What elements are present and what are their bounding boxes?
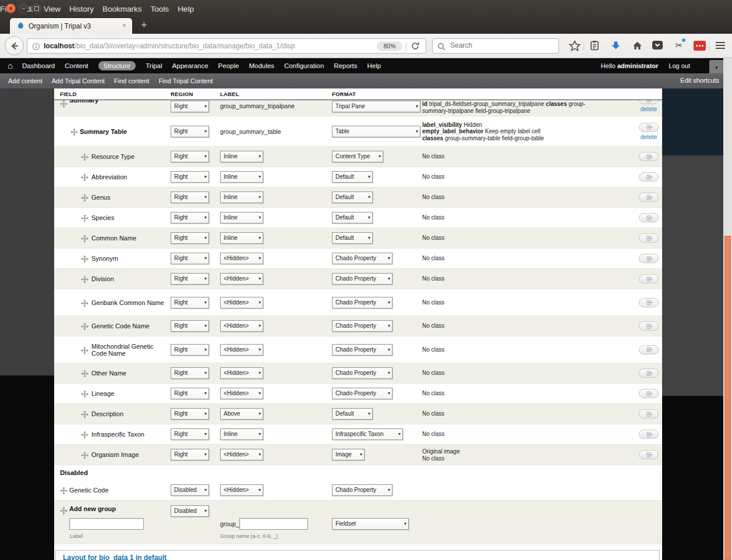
search-box[interactable] <box>432 38 559 54</box>
settings-gear-button[interactable] <box>639 193 659 202</box>
label-select[interactable]: Inline <box>220 151 263 162</box>
region-select[interactable]: Right <box>171 151 209 162</box>
admin-item-content[interactable]: Content <box>65 62 88 69</box>
hamburger-menu-icon[interactable] <box>714 39 727 52</box>
format-select[interactable]: Default <box>332 171 373 183</box>
edit-shortcuts-link[interactable]: Edit shortcuts <box>680 77 719 84</box>
menu-history[interactable]: History <box>69 5 94 13</box>
drag-handle-icon[interactable] <box>81 451 89 459</box>
region-select[interactable]: Disabled <box>171 484 209 496</box>
drag-handle-icon[interactable] <box>81 153 89 161</box>
settings-gear-button[interactable] <box>639 274 659 283</box>
admin-item-modules[interactable]: Modules <box>249 62 274 69</box>
settings-gear-button[interactable] <box>639 298 659 307</box>
menu-view[interactable]: View <box>44 5 61 13</box>
menu-bookmarks[interactable]: Bookmarks <box>102 5 142 13</box>
admin-item-help[interactable]: Help <box>367 62 381 69</box>
settings-gear-button[interactable] <box>639 152 659 161</box>
settings-gear-button[interactable] <box>639 254 659 263</box>
admin-home-icon[interactable]: ⌂ <box>8 61 13 70</box>
search-input[interactable] <box>449 41 550 50</box>
drag-handle-icon[interactable] <box>81 370 89 377</box>
drag-handle-icon[interactable] <box>81 255 89 263</box>
settings-gear-button[interactable] <box>639 345 659 355</box>
settings-gear-button[interactable] <box>639 389 659 398</box>
delete-link[interactable]: delete <box>641 105 657 112</box>
drag-handle-icon[interactable] <box>60 506 68 514</box>
scrollbar-thumb[interactable] <box>724 236 731 560</box>
admin-item-appearance[interactable]: Appearance <box>172 62 208 69</box>
drag-handle-icon[interactable] <box>81 173 89 181</box>
reload-button[interactable] <box>411 41 420 53</box>
pocket-icon[interactable] <box>651 39 664 52</box>
label-select[interactable]: <Hidden> <box>220 344 263 356</box>
format-select[interactable]: Default <box>332 408 373 420</box>
format-select[interactable]: Chado Property <box>332 344 392 356</box>
format-select[interactable]: Fieldset <box>332 518 409 530</box>
region-select[interactable]: Right <box>171 126 209 137</box>
region-select[interactable]: Right <box>171 320 209 332</box>
region-select[interactable]: Right <box>171 232 209 244</box>
format-select[interactable]: Chado Property <box>332 273 392 285</box>
format-select[interactable]: Chado Property <box>332 297 392 309</box>
admin-item-dashboard[interactable]: Dashboard <box>22 62 55 69</box>
region-select[interactable]: Right <box>171 171 209 183</box>
settings-gear-button[interactable] <box>639 368 659 378</box>
label-select[interactable]: Above <box>220 408 263 420</box>
browser-tab[interactable]: Organism | Tripal v3 × <box>9 17 133 34</box>
settings-gear-button[interactable] <box>639 430 659 439</box>
tab-close-icon[interactable]: × <box>122 22 126 30</box>
site-info-icon[interactable] <box>32 42 40 51</box>
admin-item-structure[interactable]: Structure <box>98 61 136 70</box>
admin-item-tripal[interactable]: Tripal <box>146 62 162 69</box>
label-select[interactable]: <Hidden> <box>220 449 263 460</box>
region-select[interactable]: Right <box>171 408 209 420</box>
window-minimize-button[interactable]: − <box>19 3 29 13</box>
label-select[interactable]: Inline <box>220 192 263 203</box>
format-select[interactable]: Chado Property <box>332 320 392 332</box>
label-select[interactable]: <Hidden> <box>220 253 263 264</box>
drag-handle-icon[interactable] <box>81 214 89 222</box>
label-select[interactable]: Inline <box>220 171 263 183</box>
delete-link[interactable]: delete <box>641 133 657 140</box>
format-select[interactable]: Table <box>332 126 420 137</box>
window-close-button[interactable]: × <box>6 3 16 13</box>
drag-handle-icon[interactable] <box>81 346 89 353</box>
format-select[interactable]: Chado Property <box>332 253 392 264</box>
admin-item-reports[interactable]: Reports <box>334 62 357 69</box>
format-select[interactable]: Default <box>332 192 373 203</box>
settings-gear-button[interactable] <box>639 123 659 132</box>
format-select[interactable]: Chado Property <box>332 367 392 379</box>
region-select[interactable]: Right <box>171 101 209 112</box>
settings-gear-button[interactable] <box>639 172 659 182</box>
admin-item-configuration[interactable]: Configuration <box>284 62 324 69</box>
settings-gear-button[interactable] <box>639 321 659 331</box>
region-select[interactable]: Right <box>171 253 209 264</box>
label-select[interactable]: Inline <box>220 212 263 224</box>
shortcut-add-tripal-content[interactable]: Add Tripal Content <box>52 77 105 84</box>
region-select[interactable]: Right <box>171 273 209 285</box>
home-icon[interactable] <box>631 39 643 52</box>
region-select[interactable]: Right <box>171 388 209 399</box>
drag-handle-icon[interactable] <box>81 322 89 330</box>
format-select[interactable]: Default <box>332 212 373 224</box>
drag-handle-icon[interactable] <box>81 410 89 418</box>
label-select[interactable]: Inline <box>220 232 263 244</box>
drag-handle-icon[interactable] <box>81 275 89 283</box>
logout-link[interactable]: Log out <box>669 62 690 69</box>
drag-handle-icon[interactable] <box>60 100 68 107</box>
screenshot-tool-icon[interactable]: ✂ <box>673 39 685 52</box>
format-select[interactable]: Tripal Pane <box>332 101 420 112</box>
settings-gear-button[interactable] <box>639 100 659 104</box>
drag-handle-icon[interactable] <box>81 390 89 398</box>
url-bar[interactable]: localhost/bio_data/3#overlay=admin/struc… <box>27 38 426 54</box>
region-select[interactable]: Right <box>171 449 209 460</box>
shortcut-find-content[interactable]: Find content <box>114 77 150 84</box>
zoom-level-badge[interactable]: 80% <box>377 41 402 51</box>
format-select[interactable]: Image <box>332 449 365 460</box>
region-select[interactable]: Right <box>171 367 209 379</box>
label-select[interactable]: Inline <box>220 428 263 440</box>
window-maximize-button[interactable] <box>31 3 41 13</box>
layout-fieldset-link[interactable]: Layout for bio_data 1 in default <box>63 554 167 560</box>
bookmark-star-icon[interactable] <box>568 39 581 52</box>
